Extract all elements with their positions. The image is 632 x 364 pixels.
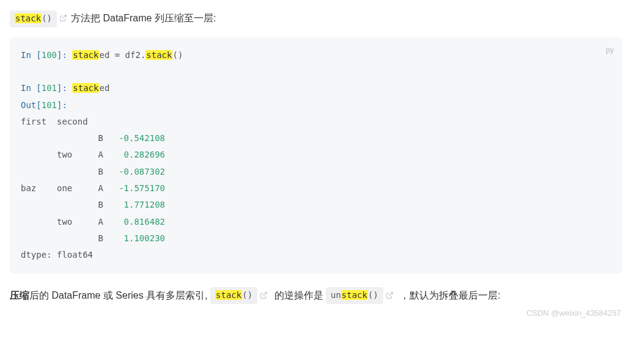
bold-text: 压缩 <box>10 290 29 300</box>
external-link-icon <box>386 288 394 304</box>
external-link-icon <box>260 288 268 304</box>
intro-text: 方法把 DataFrame 列压缩至一层: <box>71 13 216 23</box>
unstack-method-link[interactable]: unstack() <box>326 287 383 304</box>
intro-paragraph: stack()方法把 DataFrame 列压缩至一层: <box>10 10 622 27</box>
external-link-icon <box>59 10 67 27</box>
watermark: CSDN @weixin_43584257 <box>526 307 621 320</box>
svg-line-0 <box>62 15 66 19</box>
code-block[interactable]: pyIn [100]: stacked = df2.stack() In [10… <box>10 37 622 274</box>
language-badge: py <box>606 43 614 57</box>
outro-paragraph: 压缩后的 DataFrame 或 Series 具有多层索引, stack() … <box>10 287 622 305</box>
svg-line-1 <box>263 292 266 296</box>
svg-line-2 <box>389 292 392 296</box>
stack-method-link[interactable]: stack() <box>10 10 57 27</box>
stack-method-link-2[interactable]: stack() <box>210 287 257 304</box>
